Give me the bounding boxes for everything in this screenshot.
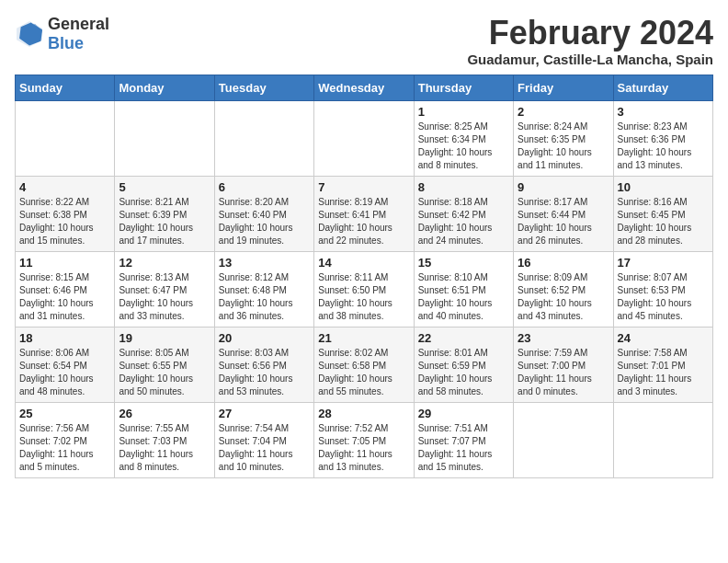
- calendar-cell: 16Sunrise: 8:09 AM Sunset: 6:52 PM Dayli…: [514, 251, 613, 327]
- day-info: Sunrise: 7:54 AM Sunset: 7:04 PM Dayligh…: [219, 422, 310, 474]
- day-info: Sunrise: 8:11 AM Sunset: 6:50 PM Dayligh…: [318, 271, 409, 323]
- day-number: 22: [418, 331, 509, 345]
- day-number: 23: [518, 331, 609, 345]
- day-info: Sunrise: 8:21 AM Sunset: 6:39 PM Dayligh…: [119, 196, 210, 247]
- header-cell-thursday: Thursday: [414, 75, 513, 100]
- calendar-week-5: 25Sunrise: 7:56 AM Sunset: 7:02 PM Dayli…: [16, 402, 713, 477]
- logo-icon: [15, 21, 44, 47]
- day-number: 17: [618, 256, 709, 270]
- day-number: 6: [219, 180, 310, 194]
- calendar-cell: 27Sunrise: 7:54 AM Sunset: 7:04 PM Dayli…: [214, 402, 313, 477]
- header-cell-friday: Friday: [514, 75, 613, 100]
- calendar-cell: 23Sunrise: 7:59 AM Sunset: 7:00 PM Dayli…: [514, 327, 613, 402]
- calendar-cell: [613, 402, 712, 477]
- calendar-cell: 24Sunrise: 7:58 AM Sunset: 7:01 PM Dayli…: [613, 327, 712, 402]
- day-number: 10: [618, 180, 709, 194]
- calendar-cell: 19Sunrise: 8:05 AM Sunset: 6:55 PM Dayli…: [115, 327, 214, 402]
- day-info: Sunrise: 7:58 AM Sunset: 7:01 PM Dayligh…: [618, 347, 709, 398]
- calendar-cell: [514, 402, 613, 477]
- logo: General Blue: [15, 15, 109, 53]
- logo-text: General Blue: [48, 15, 109, 53]
- day-number: 26: [119, 407, 210, 420]
- calendar-cell: 28Sunrise: 7:52 AM Sunset: 7:05 PM Dayli…: [314, 402, 414, 477]
- calendar-cell: [214, 100, 313, 176]
- page-header: General Blue February 2024 Guadamur, Cas…: [15, 15, 713, 67]
- day-number: 7: [318, 180, 409, 194]
- day-info: Sunrise: 8:02 AM Sunset: 6:58 PM Dayligh…: [318, 347, 409, 398]
- day-number: 12: [119, 256, 210, 270]
- day-number: 14: [318, 256, 409, 270]
- day-info: Sunrise: 8:12 AM Sunset: 6:48 PM Dayligh…: [219, 271, 310, 323]
- logo-blue: Blue: [48, 34, 84, 52]
- day-info: Sunrise: 8:13 AM Sunset: 6:47 PM Dayligh…: [119, 271, 210, 323]
- calendar-week-2: 4Sunrise: 8:22 AM Sunset: 6:38 PM Daylig…: [16, 176, 713, 251]
- header-cell-saturday: Saturday: [613, 75, 712, 100]
- day-number: 29: [418, 407, 509, 420]
- calendar-cell: 17Sunrise: 8:07 AM Sunset: 6:53 PM Dayli…: [613, 251, 712, 327]
- day-info: Sunrise: 7:55 AM Sunset: 7:03 PM Dayligh…: [119, 422, 210, 474]
- header-cell-sunday: Sunday: [16, 75, 115, 100]
- day-number: 19: [119, 331, 210, 345]
- logo-general: General: [48, 15, 109, 33]
- calendar-cell: 14Sunrise: 8:11 AM Sunset: 6:50 PM Dayli…: [314, 251, 414, 327]
- day-number: 25: [19, 407, 110, 420]
- calendar-cell: 11Sunrise: 8:15 AM Sunset: 6:46 PM Dayli…: [16, 251, 115, 327]
- day-info: Sunrise: 8:22 AM Sunset: 6:38 PM Dayligh…: [19, 196, 110, 247]
- calendar-week-4: 18Sunrise: 8:06 AM Sunset: 6:54 PM Dayli…: [16, 327, 713, 402]
- day-info: Sunrise: 8:05 AM Sunset: 6:55 PM Dayligh…: [119, 347, 210, 398]
- day-info: Sunrise: 8:03 AM Sunset: 6:56 PM Dayligh…: [219, 347, 310, 398]
- calendar-cell: 26Sunrise: 7:55 AM Sunset: 7:03 PM Dayli…: [115, 402, 214, 477]
- day-number: 8: [418, 180, 509, 194]
- day-info: Sunrise: 8:07 AM Sunset: 6:53 PM Dayligh…: [618, 271, 709, 323]
- day-number: 3: [618, 105, 709, 119]
- day-number: 15: [418, 256, 509, 270]
- calendar-cell: 9Sunrise: 8:17 AM Sunset: 6:44 PM Daylig…: [514, 176, 613, 251]
- day-number: 27: [219, 407, 310, 420]
- calendar-header: SundayMondayTuesdayWednesdayThursdayFrid…: [16, 75, 713, 100]
- day-info: Sunrise: 8:16 AM Sunset: 6:45 PM Dayligh…: [618, 196, 709, 247]
- day-number: 21: [318, 331, 409, 345]
- day-info: Sunrise: 8:19 AM Sunset: 6:41 PM Dayligh…: [318, 196, 409, 247]
- calendar-cell: 12Sunrise: 8:13 AM Sunset: 6:47 PM Dayli…: [115, 251, 214, 327]
- day-number: 5: [119, 180, 210, 194]
- calendar-body: 1Sunrise: 8:25 AM Sunset: 6:34 PM Daylig…: [16, 100, 713, 477]
- calendar-week-1: 1Sunrise: 8:25 AM Sunset: 6:34 PM Daylig…: [16, 100, 713, 176]
- day-info: Sunrise: 8:23 AM Sunset: 6:36 PM Dayligh…: [618, 121, 709, 172]
- day-number: 2: [518, 105, 609, 119]
- calendar-cell: 10Sunrise: 8:16 AM Sunset: 6:45 PM Dayli…: [613, 176, 712, 251]
- calendar-cell: 13Sunrise: 8:12 AM Sunset: 6:48 PM Dayli…: [214, 251, 313, 327]
- calendar-cell: 5Sunrise: 8:21 AM Sunset: 6:39 PM Daylig…: [115, 176, 214, 251]
- calendar-week-3: 11Sunrise: 8:15 AM Sunset: 6:46 PM Dayli…: [16, 251, 713, 327]
- calendar-cell: 3Sunrise: 8:23 AM Sunset: 6:36 PM Daylig…: [613, 100, 712, 176]
- day-info: Sunrise: 7:51 AM Sunset: 7:07 PM Dayligh…: [418, 422, 509, 474]
- calendar-cell: 2Sunrise: 8:24 AM Sunset: 6:35 PM Daylig…: [514, 100, 613, 176]
- title-block: February 2024 Guadamur, Castille-La Manc…: [467, 15, 713, 67]
- day-info: Sunrise: 8:09 AM Sunset: 6:52 PM Dayligh…: [518, 271, 609, 323]
- day-info: Sunrise: 8:20 AM Sunset: 6:40 PM Dayligh…: [219, 196, 310, 247]
- calendar-cell: 20Sunrise: 8:03 AM Sunset: 6:56 PM Dayli…: [214, 327, 313, 402]
- header-cell-tuesday: Tuesday: [214, 75, 313, 100]
- calendar-cell: 15Sunrise: 8:10 AM Sunset: 6:51 PM Dayli…: [414, 251, 513, 327]
- header-cell-monday: Monday: [115, 75, 214, 100]
- calendar-cell: 8Sunrise: 8:18 AM Sunset: 6:42 PM Daylig…: [414, 176, 513, 251]
- day-info: Sunrise: 8:01 AM Sunset: 6:59 PM Dayligh…: [418, 347, 509, 398]
- calendar-cell: [314, 100, 414, 176]
- day-info: Sunrise: 8:24 AM Sunset: 6:35 PM Dayligh…: [518, 121, 609, 172]
- day-info: Sunrise: 8:17 AM Sunset: 6:44 PM Dayligh…: [518, 196, 609, 247]
- day-number: 24: [618, 331, 709, 345]
- day-number: 16: [518, 256, 609, 270]
- calendar-cell: 18Sunrise: 8:06 AM Sunset: 6:54 PM Dayli…: [16, 327, 115, 402]
- page-subtitle: Guadamur, Castille-La Mancha, Spain: [467, 52, 713, 67]
- day-info: Sunrise: 8:18 AM Sunset: 6:42 PM Dayligh…: [418, 196, 509, 247]
- calendar-cell: 29Sunrise: 7:51 AM Sunset: 7:07 PM Dayli…: [414, 402, 513, 477]
- calendar-cell: 7Sunrise: 8:19 AM Sunset: 6:41 PM Daylig…: [314, 176, 414, 251]
- day-info: Sunrise: 7:52 AM Sunset: 7:05 PM Dayligh…: [318, 422, 409, 474]
- page-title: February 2024: [467, 15, 713, 52]
- calendar-cell: [115, 100, 214, 176]
- day-number: 13: [219, 256, 310, 270]
- calendar-cell: 6Sunrise: 8:20 AM Sunset: 6:40 PM Daylig…: [214, 176, 313, 251]
- day-number: 18: [19, 331, 110, 345]
- day-number: 9: [518, 180, 609, 194]
- day-info: Sunrise: 7:59 AM Sunset: 7:00 PM Dayligh…: [518, 347, 609, 398]
- calendar-cell: [16, 100, 115, 176]
